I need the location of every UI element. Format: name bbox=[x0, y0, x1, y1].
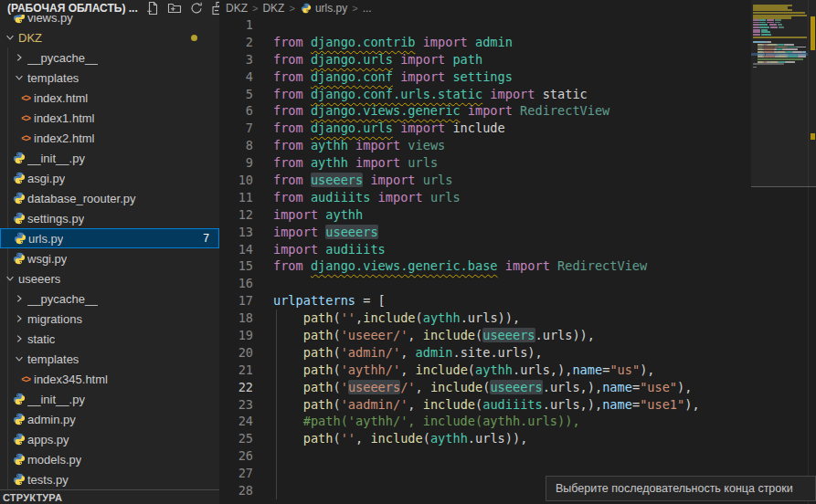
tree-item-urls-py[interactable]: urls.py7 bbox=[0, 228, 219, 248]
breadcrumb-item-urls-py[interactable]: urls.py bbox=[300, 2, 347, 15]
line-number[interactable]: 26 bbox=[219, 447, 253, 465]
tree-item-templates[interactable]: templates bbox=[0, 349, 219, 369]
tree-item--init-py[interactable]: __init__.py bbox=[0, 148, 219, 168]
line-number[interactable]: 5 bbox=[219, 86, 253, 103]
line-number[interactable]: 23 bbox=[219, 396, 253, 414]
code-line-16[interactable]: 16 bbox=[219, 275, 816, 292]
line-number[interactable]: 6 bbox=[219, 102, 253, 120]
chevron-down-icon[interactable] bbox=[11, 352, 27, 366]
line-number[interactable]: 8 bbox=[219, 137, 253, 154]
tree-item-index345-html[interactable]: <>index345.html bbox=[0, 369, 219, 389]
code-line-20[interactable]: 20 path('admin/', admin.site.urls), bbox=[219, 344, 816, 362]
scrollbar-slider[interactable] bbox=[751, 0, 816, 187]
line-number[interactable]: 11 bbox=[219, 189, 253, 206]
tree-item-migrations[interactable]: migrations bbox=[0, 309, 219, 329]
code-line-3[interactable]: 3from django.urls import path bbox=[219, 51, 816, 68]
tree-item--init-py[interactable]: __init__.py bbox=[0, 389, 219, 409]
tree-item-tests-py[interactable]: tests.py bbox=[0, 469, 219, 489]
breadcrumb-item-dkz[interactable]: DKZ bbox=[262, 2, 284, 15]
line-number[interactable]: 21 bbox=[219, 362, 253, 379]
code-line-7[interactable]: 7from django.urls import include bbox=[219, 120, 816, 137]
line-number[interactable]: 18 bbox=[219, 310, 253, 327]
code-line-25[interactable]: 25 path('', include(aythh.urls)), bbox=[219, 430, 816, 447]
line-number[interactable]: 7 bbox=[219, 120, 253, 137]
chevron-right-icon[interactable] bbox=[11, 291, 27, 306]
tree-item-static[interactable]: static bbox=[0, 329, 219, 349]
code-line-13[interactable]: 13import useeers bbox=[219, 224, 816, 241]
tree-item-index2-html[interactable]: <>index2.html bbox=[0, 128, 219, 148]
line-number[interactable]: 22 bbox=[219, 379, 253, 396]
tree-item-label: migrations bbox=[27, 312, 82, 326]
refresh-icon[interactable] bbox=[189, 1, 204, 16]
chevron-right-icon[interactable] bbox=[11, 331, 27, 346]
tree-item-apps-py[interactable]: apps.py bbox=[0, 429, 219, 449]
code-line-22[interactable]: 22 path('useeers/', include(useeers.urls… bbox=[219, 379, 816, 396]
new-folder-icon[interactable] bbox=[167, 1, 182, 16]
line-number[interactable]: 4 bbox=[219, 68, 253, 86]
tree-item-wsgi-py[interactable]: wsgi.py bbox=[0, 248, 219, 268]
line-number[interactable]: 3 bbox=[219, 51, 253, 68]
code-line-24[interactable]: 24 #path('aythh/', include(aythh.urls)), bbox=[219, 413, 816, 430]
code-area[interactable]: 12from django.contrib import admin3from … bbox=[219, 16, 816, 499]
new-file-icon[interactable] bbox=[145, 1, 160, 16]
tree-item-models-py[interactable]: models.py bbox=[0, 449, 219, 469]
code-line-19[interactable]: 19 path('useeer/', include(useeers.urls)… bbox=[219, 327, 816, 344]
code-line-26[interactable]: 26 bbox=[219, 447, 816, 465]
breadcrumb-item--[interactable]: ... bbox=[363, 2, 372, 15]
line-content: path('useeer/', include(useeers.urls)), bbox=[273, 328, 595, 342]
chevron-down-icon[interactable] bbox=[2, 30, 18, 45]
code-line-14[interactable]: 14import audiiits bbox=[219, 241, 816, 258]
breadcrumb-item-dkz[interactable]: DKZ bbox=[226, 2, 248, 15]
code-line-15[interactable]: 15from django.views.generic.base import … bbox=[219, 257, 816, 275]
code-line-18[interactable]: 18 path('',include(aythh.urls)), bbox=[219, 310, 816, 327]
line-number[interactable]: 17 bbox=[219, 292, 253, 310]
code-line-5[interactable]: 5from django.conf.urls.static import sta… bbox=[219, 86, 816, 103]
explorer-actions bbox=[145, 1, 219, 16]
line-number[interactable]: 1 bbox=[219, 16, 253, 34]
line-number[interactable]: 12 bbox=[219, 206, 253, 224]
tree-item-settings-py[interactable]: settings.py bbox=[0, 208, 219, 228]
code-line-23[interactable]: 23 path('aadmin/', include(audiiits.urls… bbox=[219, 396, 816, 414]
line-number[interactable]: 20 bbox=[219, 344, 253, 362]
tree-item-admin-py[interactable]: admin.py bbox=[0, 409, 219, 429]
line-number[interactable]: 2 bbox=[219, 34, 253, 51]
line-number[interactable]: 27 bbox=[219, 465, 253, 482]
code-line-6[interactable]: 6from django.views.generic import Redire… bbox=[219, 102, 816, 120]
line-number[interactable]: 16 bbox=[219, 275, 253, 292]
tree-item-index1-html[interactable]: <>index1.html bbox=[0, 108, 219, 128]
tree-item--pycache-[interactable]: __pycache__ bbox=[0, 289, 219, 309]
code-line-9[interactable]: 9from aythh import urls bbox=[219, 154, 816, 172]
line-number[interactable]: 25 bbox=[219, 430, 253, 447]
chevron-down-icon[interactable] bbox=[11, 70, 27, 85]
tree-item--pycache-[interactable]: __pycache__ bbox=[0, 47, 219, 68]
code-line-4[interactable]: 4from django.conf import settings bbox=[219, 68, 816, 86]
tree-item-templates[interactable]: templates bbox=[0, 68, 219, 88]
chevron-right-icon[interactable] bbox=[11, 311, 27, 326]
code-line-12[interactable]: 12import aythh bbox=[219, 206, 816, 224]
line-number[interactable]: 19 bbox=[219, 327, 253, 344]
code-line-2[interactable]: 2from django.contrib import admin bbox=[219, 34, 816, 51]
line-number[interactable]: 10 bbox=[219, 172, 253, 189]
line-number[interactable]: 13 bbox=[219, 224, 253, 241]
tree-item-database-roouter-py[interactable]: database_roouter.py bbox=[0, 188, 219, 208]
tree-item-index-html[interactable]: <>index.html bbox=[0, 88, 219, 108]
tree-item-dkz[interactable]: DKZ bbox=[0, 27, 219, 47]
collapse-all-icon[interactable] bbox=[211, 1, 219, 16]
line-number[interactable]: 14 bbox=[219, 241, 253, 258]
code-line-17[interactable]: 17urlpatterns = [ bbox=[219, 292, 816, 310]
html-file-icon: <> bbox=[17, 131, 34, 145]
line-number[interactable]: 9 bbox=[219, 154, 253, 172]
code-line-10[interactable]: 10from useeers import urls bbox=[219, 172, 816, 189]
code-line-1[interactable]: 1 bbox=[219, 16, 816, 34]
chevron-down-icon[interactable] bbox=[2, 271, 18, 286]
code-line-21[interactable]: 21 path('aythh/', include(aythh.urls,),n… bbox=[219, 362, 816, 379]
line-number[interactable]: 28 bbox=[219, 482, 253, 499]
code-line-11[interactable]: 11from audiiits import urls bbox=[219, 189, 816, 206]
chevron-right-icon[interactable] bbox=[11, 50, 27, 65]
line-number[interactable]: 15 bbox=[219, 257, 253, 275]
tree-item-asgi-py[interactable]: asgi.py bbox=[0, 168, 219, 188]
outline-section-header[interactable]: СТРУКТУРА bbox=[0, 489, 219, 504]
tree-item-useeers[interactable]: useeers bbox=[0, 268, 219, 289]
line-number[interactable]: 24 bbox=[219, 413, 253, 430]
code-line-8[interactable]: 8from aythh import views bbox=[219, 137, 816, 154]
